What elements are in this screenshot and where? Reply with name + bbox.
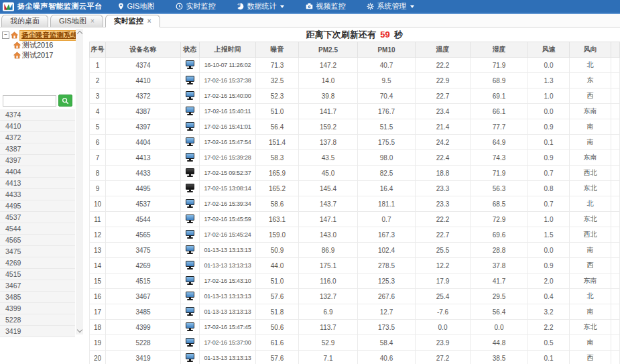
monitor-online-icon	[185, 122, 195, 131]
map-pin-icon	[117, 3, 125, 10]
menu-item-realtime-monitor[interactable]: 实时监控	[165, 0, 226, 13]
table-cell: 56.3	[471, 181, 528, 196]
device-list-item[interactable]: 3419	[0, 326, 75, 337]
table-row[interactable]: 17348501-13-13 13:13:1351.86.912.7-7.656…	[90, 304, 620, 320]
table-cell: 4515	[106, 274, 181, 289]
filler-cell	[611, 58, 620, 73]
table-row[interactable]: 15451517-02-16 15:43:1051.0116.0125.317.…	[90, 274, 620, 289]
table-row[interactable]: 18439917-02-16 15:47:4550.6113.7173.50.0…	[90, 320, 620, 335]
menu-item-system-management[interactable]: 系统管理	[356, 0, 425, 13]
table-row[interactable]: 14426901-13-13 13:13:1344.0175.1278.512.…	[90, 258, 620, 274]
table-cell: 22.2	[416, 212, 471, 227]
tab-my-desktop[interactable]: 我的桌面	[1, 15, 48, 27]
menu-item-video-monitor[interactable]: 视频监控	[295, 0, 356, 13]
device-list-item[interactable]: 4537	[0, 212, 75, 223]
tree-node-root[interactable]: − 扬尘噪音监测系统	[2, 30, 73, 40]
device-list-item[interactable]: 4372	[0, 132, 75, 143]
scroll-up-icon[interactable]	[76, 31, 82, 36]
close-icon[interactable]: ×	[90, 18, 95, 25]
table-row[interactable]: 11454417-02-16 15:45:59163.1147.10.722.2…	[90, 212, 620, 227]
table-cell: 4269	[106, 258, 181, 274]
table-row[interactable]: 16346701-13-13 13:13:1357.6132.7267.625.…	[90, 289, 620, 304]
device-list-item[interactable]: 4565	[0, 235, 75, 246]
menu-item-data-statistics[interactable]: 数据统计	[226, 0, 295, 13]
tree-collapse-icon[interactable]: −	[2, 32, 9, 39]
table-row[interactable]: 13347501-13-13 13:13:1350.986.9102.425.5…	[90, 243, 620, 258]
column-header[interactable]: 状态	[181, 42, 200, 58]
table-row[interactable]: 5439717-02-16 15:41:0156.4159.251.521.47…	[90, 119, 620, 135]
table-cell: 0.8	[528, 181, 570, 196]
device-list-item[interactable]: 4410	[0, 121, 75, 132]
device-list-item[interactable]: 4374	[0, 109, 75, 121]
filler-cell	[611, 196, 620, 212]
column-header[interactable]: PM10	[358, 42, 416, 58]
table-cell: 278.5	[358, 258, 416, 274]
search-input[interactable]	[3, 95, 56, 107]
device-list-item[interactable]: 4515	[0, 269, 75, 280]
column-header[interactable]: 湿度	[471, 42, 528, 58]
app-logo-icon	[3, 2, 14, 11]
column-header[interactable]: 设备名称	[106, 42, 181, 58]
table-cell: 44.0	[256, 258, 299, 274]
table-row[interactable]: 12456517-02-16 15:45:24159.0143.0167.322…	[90, 227, 620, 243]
sidebar-scrollbar[interactable]	[76, 29, 83, 335]
device-list-item[interactable]: 4387	[0, 143, 75, 155]
device-list-item[interactable]: 4413	[0, 178, 75, 189]
column-header[interactable]: 风向	[570, 42, 611, 58]
column-header[interactable]: 噪音	[256, 42, 299, 58]
table-row[interactable]: 19522817-02-16 15:37:0061.652.958.423.94…	[90, 335, 620, 351]
table-row[interactable]: 9449517-02-15 13:08:14165.2145.416.423.3…	[90, 181, 620, 196]
tab-label: GIS地图	[59, 16, 86, 26]
table-cell: 6.9	[299, 304, 358, 320]
device-list-item[interactable]: 3475	[0, 246, 75, 257]
table-cell: 68.5	[471, 196, 528, 212]
table-row[interactable]: 20341901-13-13 13:13:1357.67.140.627.238…	[90, 351, 620, 364]
table-cell: 176.7	[358, 104, 416, 119]
table-row[interactable]: 3437217-02-16 15:40:0052.339.870.422.769…	[90, 88, 620, 104]
table-row[interactable]: 1437416-10-07 11:26:0271.3147.240.722.27…	[90, 58, 620, 73]
filler-cell	[611, 274, 620, 289]
device-list-item[interactable]: 4404	[0, 166, 75, 178]
tree-node-test2017[interactable]: 测试2017	[13, 50, 73, 60]
device-list-item[interactable]: 4397	[0, 155, 75, 166]
search-button[interactable]	[58, 95, 72, 107]
filler-cell	[611, 212, 620, 227]
column-header[interactable]: PM2.5	[299, 42, 358, 58]
device-list-item[interactable]: 4433	[0, 189, 75, 200]
status-cell	[181, 104, 200, 119]
device-list-item[interactable]: 3485	[0, 292, 75, 303]
filler-cell	[611, 73, 620, 88]
table-cell: 12.7	[358, 304, 416, 320]
column-header[interactable]: 上报时间	[200, 42, 256, 58]
table-cell: 51.5	[358, 119, 416, 135]
table-cell: 175.1	[299, 258, 358, 274]
table-cell: 16-10-07 11:26:02	[200, 58, 256, 73]
scroll-down-icon[interactable]	[76, 327, 82, 332]
tab-gis-map[interactable]: GIS地图 ×	[50, 15, 103, 27]
table-row[interactable]: 4438717-02-16 15:40:1151.0141.7176.723.4…	[90, 104, 620, 119]
device-list-item[interactable]: 4544	[0, 223, 75, 235]
column-header[interactable]: 温度	[416, 42, 471, 58]
table-row[interactable]: 7441317-02-16 15:39:2858.343.598.022.474…	[90, 150, 620, 166]
device-list-item[interactable]: 3467	[0, 280, 75, 292]
device-list-item[interactable]: 4399	[0, 303, 75, 314]
table-cell: 01-13-13 13:13:13	[200, 351, 256, 364]
tree-node-test2016[interactable]: 测试2016	[13, 40, 73, 50]
tab-realtime-monitor[interactable]: 实时监控 ×	[105, 15, 160, 27]
device-list-item[interactable]: 4495	[0, 200, 75, 212]
table-cell: 22.7	[416, 88, 471, 104]
column-header[interactable]: 序号	[90, 42, 106, 58]
device-list-item[interactable]: 4269	[0, 257, 75, 269]
table-row[interactable]: 8443317-02-15 09:52:37165.945.082.518.87…	[90, 166, 620, 181]
table-row[interactable]: 6440417-02-16 15:47:54151.4137.8175.524.…	[90, 135, 620, 150]
table-row[interactable]: 2441017-02-16 15:37:3832.514.09.522.968.…	[90, 73, 620, 88]
table-row[interactable]: 10453717-02-16 15:39:3458.6143.7181.123.…	[90, 196, 620, 212]
table-cell: 0.4	[528, 289, 570, 304]
table-cell: 0.9	[528, 150, 570, 166]
menu-item-gis-map[interactable]: GIS地图	[107, 0, 166, 13]
device-list-item[interactable]: 5228	[0, 314, 75, 326]
table-cell: 137.8	[299, 135, 358, 150]
table-cell: 西	[570, 351, 611, 364]
close-icon[interactable]: ×	[147, 18, 151, 25]
column-header[interactable]: 风速	[528, 42, 570, 58]
